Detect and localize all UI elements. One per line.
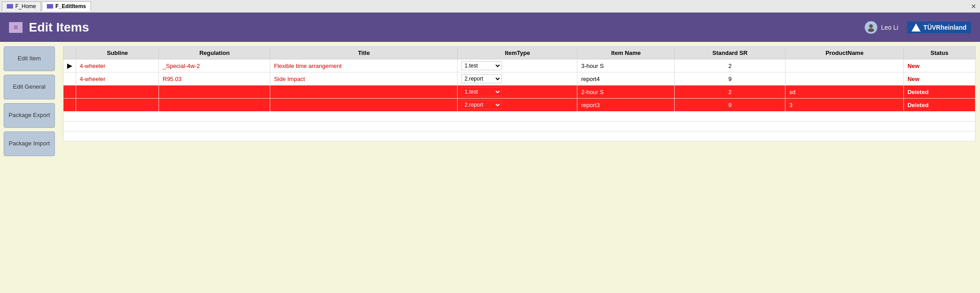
cell-status: New (903, 72, 975, 86)
cell-subline (76, 86, 159, 99)
page-title: Edit Items (29, 20, 89, 35)
col-itemtype: ItemType (458, 47, 577, 59)
row-pointer (64, 72, 76, 86)
cell-itemname: 2-hour S (577, 86, 675, 99)
tuv-name: TÜVRheinland (923, 24, 966, 31)
itemtype-select[interactable]: 1.test 2.report (461, 61, 502, 70)
cell-regulation (159, 99, 270, 112)
cell-productname (785, 72, 903, 86)
svg-point-1 (868, 28, 874, 32)
user-avatar (865, 21, 877, 34)
itemtype-select[interactable]: 1.test 2.report (461, 87, 502, 96)
itemtype-select[interactable]: 1.test 2.report (461, 74, 502, 83)
tab-edititems-icon (47, 4, 53, 9)
data-table: Subline Regulation Title ItemType Item N… (63, 46, 975, 141)
cell-title (270, 86, 458, 99)
edit-item-button[interactable]: Edit Item (4, 46, 55, 71)
svg-point-0 (869, 24, 873, 28)
user-name: Leo Li (881, 24, 898, 31)
row-pointer: ▶ (64, 59, 76, 72)
col-productname: ProductName (785, 47, 903, 59)
package-import-button[interactable]: Package Import (4, 131, 55, 156)
header-icon: ≡ (9, 22, 23, 33)
table-row-empty (64, 122, 975, 131)
cell-subline: 4-wheeler (76, 59, 159, 72)
cell-productname: sd (785, 86, 903, 99)
cell-status: New (903, 59, 975, 72)
table-row: 4-wheeler R95.03 Side Impact 1.test 2.re… (64, 72, 975, 86)
cell-itemtype[interactable]: 1.test 2.report (458, 59, 577, 72)
table-row: 1.test 2.report 2-hour S 2 sd Deleted (64, 86, 975, 99)
title-bar: F_Home F_EditItems ✕ (0, 0, 980, 13)
package-export-button[interactable]: Package Export (4, 103, 55, 128)
cell-itemname: report4 (577, 72, 675, 86)
tuv-triangle-icon (912, 23, 921, 32)
cell-standardsr: 9 (675, 99, 785, 112)
cell-title: Side Impact (270, 72, 458, 86)
close-button[interactable]: ✕ (971, 3, 976, 10)
user-info: Leo Li (865, 21, 898, 34)
cell-regulation (159, 86, 270, 99)
table-header-row: Subline Regulation Title ItemType Item N… (64, 47, 975, 59)
col-standardsr: Standard SR (675, 47, 785, 59)
cell-regulation: R95.03 (159, 72, 270, 86)
col-itemname: Item Name (577, 47, 675, 59)
content-area: Subline Regulation Title ItemType Item N… (59, 42, 980, 293)
header-bar: ≡ Edit Items Leo Li TÜVRheinland (0, 13, 980, 42)
cell-title: Flexible time arrangement (270, 59, 458, 72)
cell-status: Deleted (903, 99, 975, 112)
tab-edititems-label: F_EditItems (55, 3, 86, 9)
cell-standardsr: 2 (675, 86, 785, 99)
table-row-empty (64, 131, 975, 141)
cell-itemname: report3 (577, 99, 675, 112)
edit-general-button[interactable]: Edit General (4, 75, 55, 99)
tab-edititems[interactable]: F_EditItems (42, 1, 91, 11)
col-status: Status (903, 47, 975, 59)
tab-home-label: F_Home (15, 3, 36, 9)
cell-itemtype[interactable]: 1.test 2.report (458, 86, 577, 99)
row-pointer (64, 99, 76, 112)
cell-regulation: _Special-4w-2 (159, 59, 270, 72)
tuv-logo: TÜVRheinland (907, 22, 971, 33)
cell-subline: 4-wheeler (76, 72, 159, 86)
sidebar: Edit Item Edit General Package Export Pa… (0, 42, 59, 293)
col-title: Title (270, 47, 458, 59)
cell-itemtype[interactable]: 1.test 2.report (458, 99, 577, 112)
cell-status: Deleted (903, 86, 975, 99)
tab-home-icon (7, 4, 13, 9)
cell-itemtype[interactable]: 1.test 2.report (458, 72, 577, 86)
table-row-empty (64, 112, 975, 122)
cell-standardsr: 9 (675, 72, 785, 86)
tab-home[interactable]: F_Home (2, 1, 41, 11)
main-layout: Edit Item Edit General Package Export Pa… (0, 42, 980, 293)
cell-subline (76, 99, 159, 112)
col-subline: Subline (76, 47, 159, 59)
col-regulation: Regulation (159, 47, 270, 59)
cell-standardsr: 2 (675, 59, 785, 72)
table-row: ▶ 4-wheeler _Special-4w-2 Flexible time … (64, 59, 975, 72)
itemtype-select[interactable]: 1.test 2.report (461, 100, 502, 109)
cell-productname (785, 59, 903, 72)
header-right: Leo Li TÜVRheinland (865, 21, 971, 34)
row-pointer (64, 86, 76, 99)
cell-title (270, 99, 458, 112)
cell-itemname: 3-hour S (577, 59, 675, 72)
cell-productname: 3 (785, 99, 903, 112)
table-row: 1.test 2.report report3 9 3 Deleted (64, 99, 975, 112)
col-indicator (64, 47, 76, 59)
